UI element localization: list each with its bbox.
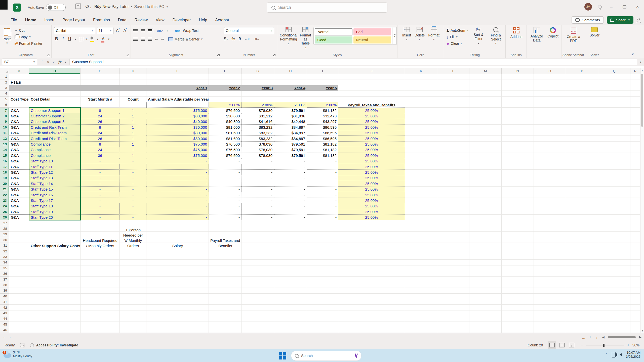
row-header-9[interactable]: 9 [0, 119, 9, 124]
t1-r15-C[interactable]: 36 [80, 153, 120, 158]
t1-r8-E[interactable]: $30,000 [146, 113, 209, 119]
t1-r25-A[interactable]: G&A [9, 209, 29, 215]
t1-r26-C[interactable]: - [80, 215, 120, 220]
fx-chevron-icon[interactable]: ∨ [65, 61, 66, 63]
t1-r10-I[interactable]: $86,595 [307, 125, 338, 130]
row-header-37[interactable]: 37 [0, 277, 9, 282]
t1-r23-A[interactable]: G&A [9, 198, 29, 203]
format-cells-button[interactable]: Format∨ [428, 27, 439, 41]
align-left-icon[interactable] [133, 38, 138, 41]
t1-r19-G[interactable]: - [242, 175, 274, 181]
t1-r21-F[interactable]: - [209, 187, 242, 192]
column-header-B[interactable]: B [29, 68, 80, 74]
column-header-I[interactable]: I [307, 68, 338, 74]
row-header-17[interactable]: 17 [0, 164, 9, 169]
t1-r7-F[interactable]: $76,500 [209, 108, 242, 113]
t1-r16-D[interactable]: - [120, 158, 146, 164]
align-bottom-icon[interactable] [148, 29, 152, 32]
t1-r18-A[interactable]: G&A [9, 170, 29, 175]
t1-r25-D[interactable]: - [120, 209, 146, 215]
borders-icon[interactable] [79, 37, 83, 41]
italic-button[interactable]: I [62, 37, 65, 41]
ribbon-tab-data[interactable]: Data [114, 16, 130, 24]
row-header-12[interactable]: 12 [0, 136, 9, 141]
t1-r25-H[interactable]: - [274, 209, 307, 215]
t1-r7-G[interactable]: $78,030 [242, 108, 274, 113]
row-header-33[interactable]: 33 [0, 254, 9, 260]
row-header-35[interactable]: 35 [0, 265, 9, 271]
t1-r7-A[interactable]: G&A [9, 108, 29, 113]
new-sheet-button[interactable]: + [589, 334, 591, 340]
select-all-corner[interactable] [0, 68, 9, 74]
ribbon-tab-file[interactable]: File [7, 16, 21, 24]
row-header-36[interactable]: 36 [0, 271, 9, 277]
t1-r20-D[interactable]: - [120, 181, 146, 187]
t1-r14-E[interactable]: $75,000 [146, 147, 209, 153]
growth-1[interactable]: 2.00% [209, 102, 242, 108]
t1-r16-G[interactable]: - [242, 158, 274, 164]
styles-gallery-more[interactable]: ∨ [392, 27, 397, 45]
alignment-dialog-launcher[interactable] [217, 54, 220, 56]
t1-r23-H[interactable]: - [274, 198, 307, 203]
grow-font-button[interactable]: A^ [115, 28, 121, 33]
t1-r9-G[interactable]: $41,616 [242, 119, 274, 124]
t1-r17-C[interactable]: - [80, 164, 120, 169]
t1-r12-H[interactable]: $84,897 [274, 136, 307, 141]
autosum-button[interactable]: ΣAutoSum∨ [447, 27, 468, 34]
row-header-3[interactable]: 3 [0, 85, 9, 91]
row-header-19[interactable]: 19 [0, 175, 9, 181]
align-center-icon[interactable] [141, 38, 145, 41]
t1-r24-F[interactable]: - [209, 203, 242, 209]
t1-r8-C[interactable]: 24 [80, 113, 120, 119]
page-layout-view-button[interactable] [559, 343, 565, 347]
t1-r24-G[interactable]: - [242, 203, 274, 209]
decrease-indent-icon[interactable]: ⇤ [155, 37, 158, 41]
insert-function-icon[interactable]: fx [58, 60, 62, 64]
column-header-M[interactable]: M [469, 68, 502, 74]
page-break-view-button[interactable] [569, 343, 574, 347]
t1-r13-D[interactable]: 1 [120, 142, 146, 147]
t1-r12-F[interactable]: $81,600 [209, 136, 242, 141]
t1-r26-I[interactable]: - [307, 215, 338, 220]
t1-r8-B[interactable]: Customer Support 2 [29, 113, 80, 119]
year-header-4[interactable]: Year 4 [274, 85, 307, 91]
t1-r18-B[interactable]: Staff Type 12 [29, 170, 80, 175]
tray-expand-icon[interactable]: ⌃ [605, 353, 608, 357]
cut-button[interactable]: ✂Cut [15, 27, 43, 34]
zoom-in-icon[interactable]: + [627, 343, 629, 347]
t1-r17-F[interactable]: - [209, 164, 242, 169]
t1-r9-D[interactable]: 1 [120, 119, 146, 124]
row-header-11[interactable]: 11 [0, 130, 9, 136]
t1-r21-G[interactable]: - [242, 187, 274, 192]
font-size-select[interactable]: 11∨ [97, 27, 113, 34]
row-header-7[interactable]: 7 [0, 108, 9, 113]
t2-hdr-b[interactable]: Other Support Salary Costs [29, 243, 80, 248]
t1-r23-C[interactable]: - [80, 198, 120, 203]
shrink-font-button[interactable]: Aˇ [122, 28, 128, 33]
hscroll-left-icon[interactable]: ◀ [602, 335, 605, 339]
confirm-entry-icon[interactable]: ✓ [52, 60, 56, 64]
ribbon-tab-review[interactable]: Review [131, 16, 151, 24]
row-header-21[interactable]: 21 [0, 187, 9, 192]
orientation-icon[interactable]: ab↗ [157, 29, 164, 33]
t1-r22-I[interactable]: - [307, 192, 338, 198]
t1-r18-I[interactable]: - [307, 170, 338, 175]
t1-r19-E[interactable]: - [146, 175, 209, 181]
scroll-down-icon[interactable]: ▼ [641, 330, 643, 332]
t1-r24-H[interactable]: - [274, 203, 307, 209]
row-header-30[interactable]: 30 [0, 237, 9, 243]
t1-r25-B[interactable]: Staff Type 19 [29, 209, 80, 215]
cell-style-good[interactable]: Good [315, 36, 352, 43]
t1-r26-G[interactable]: - [242, 215, 274, 220]
t1-r15-J[interactable]: 25.00% [338, 153, 405, 158]
merge-center-button[interactable]: Merge & Center∨ [168, 36, 203, 42]
t1-r16-E[interactable]: - [146, 158, 209, 164]
zoom-slider[interactable] [586, 345, 624, 345]
t1-r7-C[interactable]: 8 [80, 108, 120, 113]
t1-r22-B[interactable]: Staff Type 16 [29, 192, 80, 198]
t1-r8-A[interactable]: G&A [9, 113, 29, 119]
t1-r25-C[interactable]: - [80, 209, 120, 215]
column-header-R[interactable]: R [630, 68, 640, 74]
hdr-payroll[interactable]: Payroll Taxes and Benefits [338, 102, 405, 108]
format-painter-button[interactable]: Format Painter [15, 40, 43, 47]
